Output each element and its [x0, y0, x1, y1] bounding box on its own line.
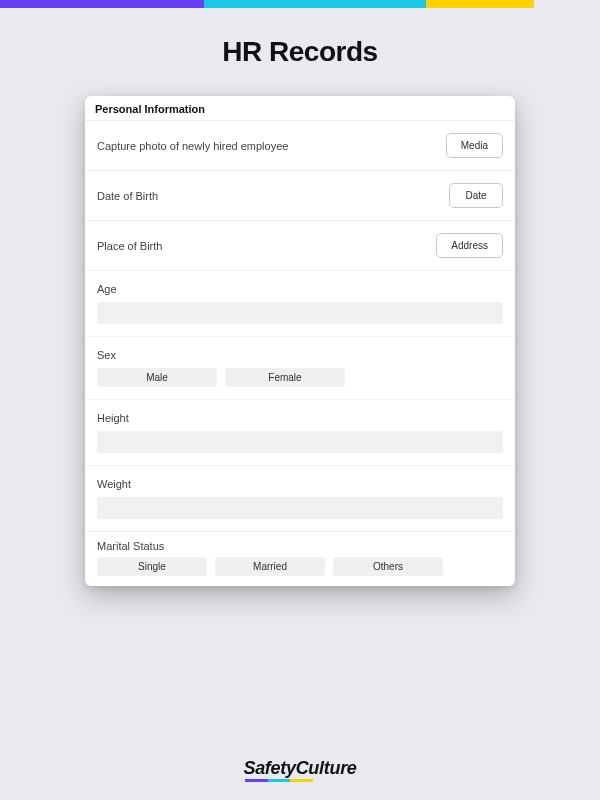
field-photo: Capture photo of newly hired employee Me… [85, 121, 515, 171]
form-card: Personal Information Capture photo of ne… [85, 96, 515, 586]
stripe-cyan [204, 0, 426, 8]
weight-input[interactable] [97, 497, 503, 519]
section-header: Personal Information [85, 96, 515, 121]
marital-option-single[interactable]: Single [97, 557, 207, 576]
sex-option-male[interactable]: Male [97, 368, 217, 387]
field-height-label: Height [97, 412, 503, 424]
field-height: Height [85, 400, 515, 466]
top-accent-stripe [0, 0, 600, 8]
marital-option-others[interactable]: Others [333, 557, 443, 576]
marital-option-married[interactable]: Married [215, 557, 325, 576]
media-button[interactable]: Media [446, 133, 503, 158]
field-weight: Weight [85, 466, 515, 532]
field-pob-label: Place of Birth [97, 240, 162, 252]
field-marital: Marital Status Single Married Others [85, 532, 515, 586]
sex-option-female[interactable]: Female [225, 368, 345, 387]
age-input[interactable] [97, 302, 503, 324]
field-weight-label: Weight [97, 478, 503, 490]
brand-part2: Culture [296, 758, 357, 778]
field-age: Age [85, 271, 515, 337]
stripe-gray [534, 0, 600, 8]
brand-footer: SafetyCulture [0, 758, 600, 782]
field-pob: Place of Birth Address [85, 221, 515, 271]
brand-underline [245, 779, 312, 782]
address-button[interactable]: Address [436, 233, 503, 258]
marital-options: Single Married Others [97, 557, 503, 576]
field-sex: Sex Male Female [85, 337, 515, 400]
field-sex-label: Sex [97, 349, 503, 361]
field-dob: Date of Birth Date [85, 171, 515, 221]
stripe-purple [0, 0, 204, 8]
height-input[interactable] [97, 431, 503, 453]
field-dob-label: Date of Birth [97, 190, 158, 202]
field-age-label: Age [97, 283, 503, 295]
sex-options: Male Female [97, 368, 503, 387]
brand-logo: SafetyCulture [243, 758, 356, 782]
field-photo-label: Capture photo of newly hired employee [97, 140, 288, 152]
field-marital-label: Marital Status [97, 540, 503, 552]
date-button[interactable]: Date [449, 183, 503, 208]
brand-part1: Safety [243, 758, 295, 778]
stripe-yellow [426, 0, 534, 8]
page-title: HR Records [0, 36, 600, 68]
